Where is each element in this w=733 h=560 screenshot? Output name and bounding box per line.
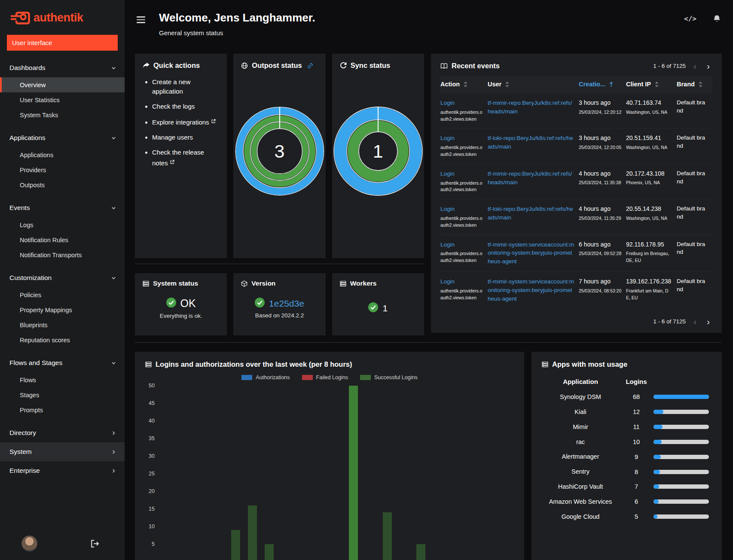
quick-action-label: Check the release notes (152, 149, 204, 167)
event-client-ip: 139.162.176.238 (626, 277, 672, 286)
event-row[interactable]: Loginauthentik.providers.oauth2.views.to… (440, 128, 712, 163)
event-action-detail: authentik.providers.oauth2.views.token (440, 288, 483, 301)
pagination-prev-button[interactable]: ‹ (691, 61, 699, 70)
sidebar-section-dashboards[interactable]: Dashboards (0, 58, 125, 77)
outpost-link-icon[interactable] (307, 63, 313, 69)
pagination-next-button[interactable]: › (704, 317, 712, 326)
sort-icon[interactable] (609, 82, 613, 87)
sidebar-section-system[interactable]: System (0, 442, 125, 461)
app-usage-progress-bar (654, 440, 709, 444)
app-usage-progress-bar (654, 484, 709, 489)
app-login-count: 10 (619, 438, 654, 445)
event-user-link[interactable]: tf-loki-repo:BeryJu/k8s:ref:refs/heads/m… (488, 135, 573, 150)
sidebar-item-policies[interactable]: Policies (0, 287, 125, 302)
sidebar-section-enterprise[interactable]: Enterprise (0, 461, 125, 480)
api-browser-icon[interactable]: </> (684, 15, 696, 23)
sidebar-item-applications[interactable]: Applications (0, 147, 125, 162)
sidebar-item-overview[interactable]: Overview (0, 77, 125, 92)
sidebar-item-notification-transports[interactable]: Notification Transports (0, 247, 125, 262)
legend-item-authorizations[interactable]: Authorizations (241, 374, 290, 380)
sort-icon[interactable] (655, 82, 659, 87)
legend-item-successful-logins[interactable]: Successful Logins (360, 374, 418, 380)
user-interface-button[interactable]: User interface (7, 35, 118, 51)
sidebar-item-user-statistics[interactable]: User Statistics (0, 92, 125, 107)
sidebar-item-system-tasks[interactable]: System Tasks (0, 107, 125, 122)
event-action-detail: authentik.providers.oauth2.views.token (440, 180, 483, 194)
version-value-link[interactable]: 1e25d3e (269, 298, 304, 309)
chart-bar-successful-logins (416, 544, 425, 560)
event-action-link[interactable]: Login (440, 241, 455, 248)
event-action-link[interactable]: Login (440, 135, 455, 141)
event-time: 6 hours ago (579, 240, 622, 249)
system-status-detail: Everything is ok. (160, 313, 202, 319)
pagination-prev-button[interactable]: ‹ (691, 317, 699, 326)
event-location: Washington, US, NA (626, 215, 672, 222)
column-header-brand[interactable]: Brand (677, 81, 712, 88)
column-header-action[interactable]: Action (440, 81, 488, 88)
apps-table-body: Synology DSM68Kiali12Mimir11rac10Alertma… (542, 390, 712, 524)
event-action-detail: authentik.providers.oauth2.views.token (440, 109, 483, 123)
event-row[interactable]: Loginauthentik.providers.oauth2.views.to… (440, 234, 712, 272)
column-header-creatio[interactable]: Creatio... (579, 81, 626, 88)
sidebar-item-notification-rules[interactable]: Notification Rules (0, 232, 125, 247)
event-row[interactable]: Loginauthentik.providers.oauth2.views.to… (440, 271, 712, 309)
sidebar-item-stages[interactable]: Stages (0, 387, 125, 402)
sidebar-item-blueprints[interactable]: Blueprints (0, 317, 125, 332)
chart-bar-successful-logins (248, 505, 257, 560)
event-action-link[interactable]: Login (440, 170, 455, 177)
event-brand: Default brand (677, 170, 712, 193)
sidebar-section-applications[interactable]: Applications (0, 128, 125, 147)
column-header-client-ip[interactable]: Client IP (626, 81, 677, 88)
sort-icon[interactable] (505, 82, 509, 87)
legend-item-failed-logins[interactable]: Failed Logins (302, 374, 348, 380)
menu-toggle-button[interactable] (136, 14, 146, 26)
column-header-label: User (488, 81, 501, 88)
sidebar-section-flows-and-stages[interactable]: Flows and Stages (0, 353, 125, 372)
quick-action-create-a-new-application[interactable]: Create a new application (152, 77, 219, 96)
quick-action-check-the-logs[interactable]: Check the logs (152, 102, 219, 111)
y-axis-tick: 30 (149, 453, 155, 459)
event-time: 3 hours ago (579, 134, 622, 143)
event-row[interactable]: Loginauthentik.providers.oauth2.views.to… (440, 164, 712, 199)
legend-swatch (302, 375, 313, 380)
event-action-link[interactable]: Login (440, 278, 455, 285)
quick-action-explore-integrations[interactable]: Explore integrations (152, 116, 219, 127)
sign-out-icon[interactable] (91, 540, 100, 548)
legend-swatch (241, 375, 252, 380)
check-circle-icon (368, 302, 378, 314)
event-action-link[interactable]: Login (440, 206, 455, 212)
event-user-link[interactable]: tf-loki-repo:BeryJu/k8s:ref:refs/heads/m… (488, 206, 573, 221)
event-action-link[interactable]: Login (440, 100, 455, 106)
pagination-next-button[interactable]: › (704, 61, 712, 70)
event-brand: Default brand (677, 134, 712, 158)
notifications-bell-icon[interactable] (713, 15, 721, 23)
event-user-link[interactable]: tf-mimir-system:serviceaccount:monitorin… (488, 241, 574, 265)
sidebar-section-directory[interactable]: Directory (0, 423, 125, 442)
pagination-label: 1 - 6 of 7125 (653, 63, 686, 69)
system-status-title: System status (153, 280, 198, 287)
sidebar-item-reputation-scores[interactable]: Reputation scores (0, 332, 125, 347)
sidebar-item-outposts[interactable]: Outposts (0, 177, 125, 192)
quick-action-check-the-release-notes[interactable]: Check the release notes (152, 148, 219, 168)
event-user-link[interactable]: tf-mimir-system:serviceaccount:monitorin… (488, 278, 574, 302)
app-usage-row: Sentry8 (542, 464, 712, 479)
app-name: HashiCorp Vault (542, 483, 619, 491)
event-row[interactable]: Loginauthentik.providers.oauth2.views.to… (440, 93, 712, 128)
sidebar-section-events[interactable]: Events (0, 198, 125, 217)
event-row[interactable]: Loginauthentik.providers.oauth2.views.to… (440, 199, 712, 234)
sort-icon[interactable] (699, 82, 702, 87)
authentik-logo[interactable]: authentik (0, 0, 125, 30)
sort-icon[interactable] (464, 82, 467, 87)
event-user-link[interactable]: tf-mimir-repo:BeryJu/k8s:ref:refs/heads/… (488, 170, 572, 186)
sidebar-section-customization[interactable]: Customization (0, 268, 125, 287)
sidebar-item-flows[interactable]: Flows (0, 372, 125, 387)
event-brand: Default brand (677, 205, 712, 228)
event-user-link[interactable]: tf-mimir-repo:BeryJu/k8s:ref:refs/heads/… (488, 100, 572, 115)
sidebar-item-prompts[interactable]: Prompts (0, 402, 125, 417)
sidebar-item-property-mappings[interactable]: Property Mappings (0, 302, 125, 317)
user-avatar[interactable] (21, 536, 37, 551)
sidebar-item-providers[interactable]: Providers (0, 162, 125, 177)
quick-action-manage-users[interactable]: Manage users (152, 133, 219, 142)
column-header-user[interactable]: User (488, 81, 579, 88)
sidebar-item-logs[interactable]: Logs (0, 217, 125, 232)
